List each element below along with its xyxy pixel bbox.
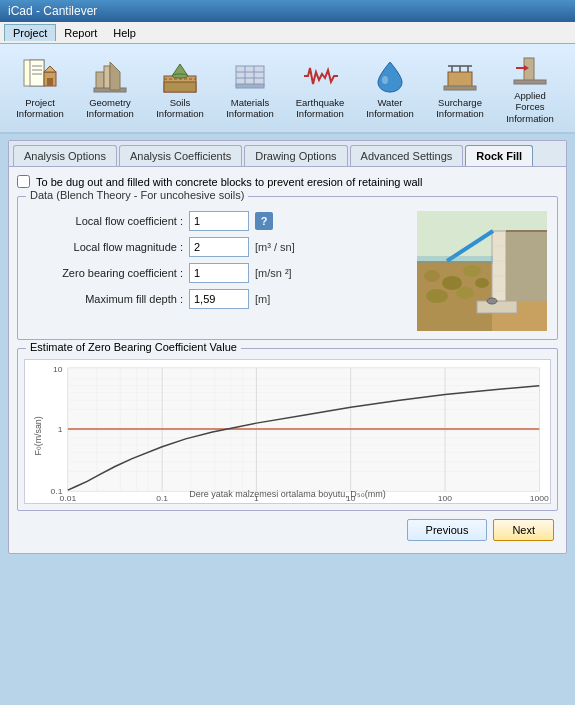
svg-rect-1 [30,60,44,86]
toolbar: ProjectInformation GeometryInformation S… [0,44,575,134]
svg-rect-44 [477,301,517,313]
wall-illustration-section [417,211,547,331]
input-max-fill-depth[interactable] [189,289,249,309]
menu-project[interactable]: Project [4,24,56,41]
svg-point-37 [424,270,440,282]
field-row-max-fill-depth: Maximum fill depth : [m] [28,289,407,309]
svg-point-23 [382,76,388,84]
tab-content: To be dug out and filled with concrete b… [9,167,566,553]
applied-forces-icon [511,52,549,88]
svg-point-40 [426,289,448,303]
toolbar-btn-applied-forces[interactable]: Applied ForcesInformation [496,49,564,127]
surcharge-info-icon [441,57,479,95]
tab-advanced-settings[interactable]: Advanced Settings [350,145,464,166]
geometry-info-icon [91,57,129,95]
svg-rect-7 [47,78,53,86]
svg-rect-50 [417,256,493,264]
svg-rect-8 [96,72,104,90]
svg-rect-25 [444,86,476,90]
previous-button[interactable]: Previous [407,519,488,541]
tabs-bar: Analysis Options Analysis Coefficients D… [9,141,566,167]
next-button[interactable]: Next [493,519,554,541]
materials-info-label: MaterialsInformation [226,97,274,120]
tab-analysis-options[interactable]: Analysis Options [13,145,117,166]
label-max-fill-depth: Maximum fill depth : [28,293,183,305]
svg-rect-17 [236,66,264,86]
svg-rect-22 [236,84,264,88]
menu-help[interactable]: Help [105,25,144,41]
group-box-title: Data (Blench Theory - For uncohesive soi… [26,189,248,201]
svg-text:F₀(m/san): F₀(m/san) [33,416,43,455]
tab-panel: Analysis Options Analysis Coefficients D… [8,140,567,554]
wall-svg [417,211,547,331]
svg-text:10: 10 [53,365,63,374]
menubar: Project Report Help [0,22,575,44]
tab-rock-fill[interactable]: Rock Fill [465,145,533,166]
svg-point-41 [456,287,474,299]
chart-svg: F₀(m/san) [25,360,550,503]
unit-local-flow-mag: [m³ / sn] [255,241,295,253]
chart-x-label: Dere yatak malzemesi ortalama boyutu, D₅… [25,489,550,501]
title-text: iCad - Cantilever [8,4,97,18]
data-group-box: Data (Blench Theory - For uncohesive soi… [17,196,558,340]
label-local-flow-mag: Local flow magnitude : [28,241,183,253]
menu-report[interactable]: Report [56,25,105,41]
project-info-label: ProjectInformation [16,97,64,120]
checkbox-row: To be dug out and filled with concrete b… [17,175,558,188]
field-row-zero-bearing: Zero bearing coefficient : [m/sn ²] [28,263,407,283]
svg-point-39 [463,265,481,277]
tab-drawing-options[interactable]: Drawing Options [244,145,347,166]
chart-area: F₀(m/san) [24,359,551,504]
toolbar-btn-earthquake-info[interactable]: EarthquakeInformation [286,49,354,127]
svg-point-38 [442,276,462,290]
surcharge-info-label: SurchargeInformation [436,97,484,120]
label-zero-bearing: Zero bearing coefficient : [28,267,183,279]
concrete-blocks-checkbox[interactable] [17,175,30,188]
unit-max-fill-depth: [m] [255,293,270,305]
tab-analysis-coefficients[interactable]: Analysis Coefficients [119,145,242,166]
input-local-flow-mag[interactable] [189,237,249,257]
earthquake-info-label: EarthquakeInformation [296,97,345,120]
nav-bar: Previous Next [17,511,558,545]
label-local-flow-coeff: Local flow coefficient : [28,215,183,227]
data-image-row: Local flow coefficient : ? Local flow ma… [28,211,547,331]
input-zero-bearing[interactable] [189,263,249,283]
materials-info-icon [231,57,269,95]
svg-rect-52 [506,231,547,301]
svg-point-51 [487,298,497,304]
fields-section: Local flow coefficient : ? Local flow ma… [28,211,407,331]
toolbar-btn-geometry-info[interactable]: GeometryInformation [76,49,144,127]
toolbar-btn-water-info[interactable]: WaterInformation [356,49,424,127]
svg-rect-31 [514,80,546,84]
svg-marker-11 [110,62,120,90]
checkbox-label: To be dug out and filled with concrete b… [36,176,422,188]
geometry-info-label: GeometryInformation [86,97,134,120]
titlebar: iCad - Cantilever [0,0,575,22]
soils-info-icon [161,57,199,95]
svg-point-42 [475,278,489,288]
help-button-local-flow-coeff[interactable]: ? [255,212,273,230]
chart-group-box: Estimate of Zero Bearing Coefficient Val… [17,348,558,511]
toolbar-btn-project-info[interactable]: ProjectInformation [6,49,74,127]
field-row-local-flow-mag: Local flow magnitude : [m³ / sn] [28,237,407,257]
toolbar-btn-soils-info[interactable]: SoilsInformation [146,49,214,127]
chart-title: Estimate of Zero Bearing Coefficient Val… [26,341,241,353]
project-info-icon [21,57,59,95]
input-local-flow-coeff[interactable] [189,211,249,231]
unit-zero-bearing: [m/sn ²] [255,267,292,279]
svg-marker-6 [44,66,56,72]
svg-rect-9 [104,66,110,90]
earthquake-info-icon [301,57,339,95]
toolbar-btn-surcharge-info[interactable]: SurchargeInformation [426,49,494,127]
svg-point-16 [172,74,188,78]
water-info-icon [371,57,409,95]
water-info-label: WaterInformation [366,97,414,120]
content-area: Analysis Options Analysis Coefficients D… [0,134,575,705]
svg-rect-13 [164,82,196,92]
svg-text:1: 1 [58,425,63,434]
field-row-local-flow-coeff: Local flow coefficient : ? [28,211,407,231]
toolbar-btn-materials-info[interactable]: MaterialsInformation [216,49,284,127]
soils-info-label: SoilsInformation [156,97,204,120]
applied-forces-label: Applied ForcesInformation [499,90,561,124]
